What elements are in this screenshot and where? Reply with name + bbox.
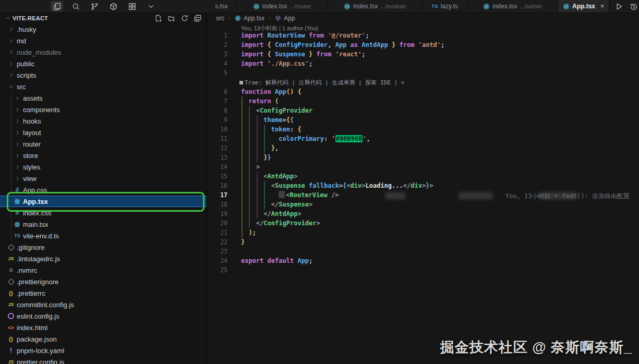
breadcrumb-item[interactable]: src <box>216 15 224 22</box>
line-number[interactable]: 15 <box>207 173 227 180</box>
sidebar-item-prettier-config-js[interactable]: JSprettier.config.js <box>0 356 207 364</box>
line-number[interactable]: 3 <box>207 51 227 58</box>
line-number[interactable]: 12 <box>207 144 227 152</box>
sidebar-item-pnpm-lock-yaml[interactable]: !pnpm-lock.yaml <box>0 345 207 356</box>
sidebar-item-eslint-config-js[interactable]: eslint.config.js <box>0 310 207 322</box>
tab-lazy-ts[interactable]: TSlazy.ts <box>423 0 467 13</box>
trae-codelens[interactable]: Trae: 解释代码 | 注释代码 | 生成单测 | 探索 IDE | × <box>207 78 639 87</box>
code-area[interactable]: 1import RouterView from '@/router';2impo… <box>207 31 639 275</box>
line-number[interactable]: 22 <box>207 238 227 246</box>
tab-index-tsx[interactable]: index.tsx.../router <box>237 0 328 13</box>
code-line-14[interactable]: 14 > <box>207 162 639 172</box>
extensions-icon[interactable] <box>107 1 119 11</box>
sidebar-item-components[interactable]: components <box>0 104 207 115</box>
line-number[interactable]: 21 <box>207 229 227 236</box>
layout-grid-icon[interactable] <box>126 1 138 11</box>
sidebar-item-commitlint-config-js[interactable]: JScommitlint.config.js <box>0 299 207 310</box>
line-number[interactable]: 4 <box>207 60 227 67</box>
sidebar-item--prettierignore[interactable]: .prettierignore <box>0 276 207 287</box>
code-line-21[interactable]: 21 ); <box>207 228 639 237</box>
line-number[interactable]: 1 <box>207 32 227 39</box>
sidebar-item-index-html[interactable]: <>index.html <box>0 322 207 333</box>
sidebar-item--husky[interactable]: .husky <box>0 23 207 35</box>
line-number[interactable]: 10 <box>207 126 227 133</box>
new-file-icon[interactable] <box>155 15 162 22</box>
close-icon[interactable]: × <box>600 3 604 10</box>
line-number[interactable]: 20 <box>207 220 227 227</box>
search-icon[interactable] <box>69 1 82 11</box>
sidebar-item-assets[interactable]: assets <box>0 92 207 104</box>
code-line-19[interactable]: 19 </AntdApp> <box>207 209 639 219</box>
line-number[interactable]: 18 <box>207 201 227 208</box>
code-line-9[interactable]: 9 theme={{ <box>207 115 639 125</box>
code-line-18[interactable]: 18 </Suspense> <box>207 200 639 209</box>
code-line-11[interactable]: 11 colorPrimary: '#00B96B', <box>207 134 639 143</box>
line-number[interactable]: 6 <box>207 88 227 95</box>
line-number[interactable]: 13 <box>207 154 227 161</box>
code-line-7[interactable]: 7 return ( <box>207 96 639 106</box>
code-line-2[interactable]: 2import { ConfigProvider, App as AntdApp… <box>207 40 639 50</box>
line-number[interactable]: 8 <box>207 107 227 114</box>
code-line-8[interactable]: 8 <ConfigProvider <box>207 106 639 115</box>
code-line-17[interactable]: 17 <RouterView /> <box>207 190 639 200</box>
sidebar-item-store[interactable]: store <box>0 150 207 161</box>
sidebar-item-styles[interactable]: styles <box>0 161 207 173</box>
line-number[interactable]: 11 <box>207 135 227 142</box>
source-control-icon[interactable] <box>88 1 101 11</box>
line-number[interactable]: 2 <box>207 41 227 48</box>
sidebar-item-src[interactable]: src <box>0 81 207 92</box>
sidebar-item-md[interactable]: md <box>0 35 207 46</box>
code-line-10[interactable]: 10 token: { <box>207 125 639 134</box>
line-number[interactable]: 9 <box>207 116 227 124</box>
sidebar-item-layout[interactable]: layout <box>0 127 207 138</box>
line-number[interactable]: 14 <box>207 163 227 171</box>
sidebar-item-package-json[interactable]: {}package.json <box>0 333 207 345</box>
line-number[interactable]: 19 <box>207 210 227 217</box>
sidebar-item-node-modules[interactable]: node_modules <box>0 46 207 58</box>
code-line-22[interactable]: 22} <box>207 237 639 247</box>
code-line-15[interactable]: 15 <AntdApp> <box>207 172 639 181</box>
sidebar-item-view[interactable]: view <box>0 173 207 184</box>
explorer-icon[interactable] <box>51 1 63 11</box>
new-folder-icon[interactable] <box>168 15 175 22</box>
sidebar-item--gitignore[interactable]: .gitignore <box>0 241 207 253</box>
explorer-header[interactable]: VITE-REACT <box>0 13 207 23</box>
sidebar-item-public[interactable]: public <box>0 58 207 69</box>
tab-s-tsx[interactable]: s.tsx <box>207 0 237 13</box>
code-line-13[interactable]: 13 }} <box>207 153 639 162</box>
line-number[interactable]: 24 <box>207 257 227 264</box>
sidebar-item--prettierrc[interactable]: {}.prettierrc <box>0 287 207 299</box>
code-line-3[interactable]: 3import { Suspense } from 'react'; <box>207 50 639 59</box>
code-line-4[interactable]: 4import './App.css'; <box>207 59 639 68</box>
collapse-all-icon[interactable] <box>194 15 201 22</box>
sidebar-item-scripts[interactable]: scripts <box>0 69 207 81</box>
line-number[interactable]: 25 <box>207 266 227 274</box>
code-line-16[interactable]: 16 <Suspense fallback={<div>Loading...</… <box>207 181 639 190</box>
refresh-icon[interactable] <box>181 15 188 22</box>
timeline-icon[interactable] <box>630 3 637 10</box>
sidebar-item-hooks[interactable]: hooks <box>0 115 207 127</box>
sidebar-item-vite-env-d-ts[interactable]: TSvite-env.d.ts <box>0 230 207 241</box>
code-line-5[interactable]: 5 <box>207 68 639 78</box>
line-number[interactable]: 5 <box>207 69 227 77</box>
breadcrumb-item[interactable]: App <box>284 15 295 22</box>
sidebar-item-router[interactable]: router <box>0 138 207 150</box>
more-icon[interactable] <box>144 1 157 11</box>
sidebar-item-main-tsx[interactable]: main.tsx <box>0 219 207 230</box>
line-number[interactable]: 17 <box>207 191 227 199</box>
line-number[interactable]: 7 <box>207 98 227 105</box>
code-line-6[interactable]: 6function App() { <box>207 87 639 96</box>
code-line-25[interactable]: 25 <box>207 265 639 275</box>
run-icon[interactable] <box>615 3 623 10</box>
sidebar-item--lintstagedrc-js[interactable]: JS.lintstagedrc.js <box>0 253 207 264</box>
code-line-1[interactable]: 1import RouterView from '@/router'; <box>207 31 639 40</box>
tab-index-tsx[interactable]: index.tsx.../module <box>328 0 423 13</box>
code-line-24[interactable]: 24export default App; <box>207 256 639 265</box>
breadcrumb-item[interactable]: App.tsx <box>244 15 264 22</box>
line-number[interactable]: 23 <box>207 248 227 255</box>
code-line-20[interactable]: 20 </ConfigProvider> <box>207 219 639 228</box>
code-line-23[interactable]: 23 <box>207 247 639 256</box>
tab-app-tsx[interactable]: App.tsx× <box>558 0 609 13</box>
code-line-12[interactable]: 12 }, <box>207 143 639 153</box>
tab-index-tsx[interactable]: index.tsx.../admin <box>467 0 558 13</box>
